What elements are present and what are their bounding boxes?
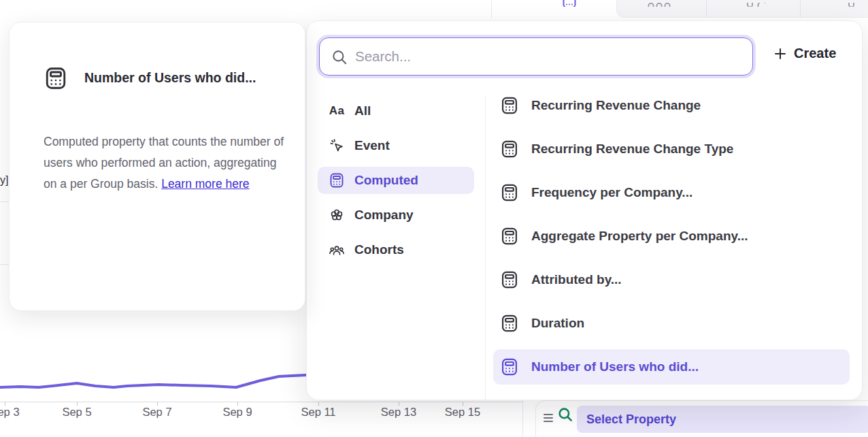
screen: y] Sep 3Sep 5Sep 7Sep 9Sep 11Sep 13Sep 1… (0, 0, 868, 437)
property-list-item[interactable]: Number of Users who did... (493, 349, 850, 385)
property-tooltip-card: Number of Users who did... Computed prop… (9, 22, 305, 311)
tab-line-chart[interactable] (522, 0, 616, 18)
property-list-item[interactable]: Attributed by... (493, 262, 850, 297)
inactive-tabs-group (616, 0, 868, 18)
background-text-fragment: y] (0, 174, 8, 187)
calculator-icon (329, 172, 345, 189)
x-axis-label: Sep 15 (439, 406, 486, 419)
search-box (319, 37, 753, 76)
x-axis-label: Sep 3 (0, 406, 29, 419)
calculator-icon (500, 357, 520, 376)
category-label: Event (354, 138, 390, 153)
number-tab-icon[interactable] (847, 0, 856, 7)
x-axis-label: Sep 7 (133, 406, 181, 419)
x-axis-label: Sep 13 (375, 406, 422, 419)
event-click-icon (329, 137, 345, 154)
plus-icon (773, 47, 787, 61)
calculator-icon (500, 140, 520, 159)
property-item-label: Duration (531, 316, 584, 331)
bottom-panel-divider (522, 400, 523, 437)
property-item-label: Aggregate Property per Company... (531, 229, 748, 244)
background-divider (0, 264, 10, 265)
property-list-item[interactable]: Recurring Revenue Change (493, 88, 850, 123)
category-label: Company (354, 208, 414, 223)
x-axis-label: Sep 11 (295, 406, 342, 419)
tab-divider (706, 0, 707, 17)
category-company[interactable]: Company (318, 201, 474, 229)
tooltip-description: Computed property that counts the number… (44, 131, 286, 195)
category-label: Cohorts (354, 242, 404, 257)
background-divider (0, 201, 10, 202)
category-cohorts[interactable]: Cohorts (318, 236, 474, 263)
top-tab-bar (0, 0, 868, 18)
property-picker-dropdown: Create Aa All Event (306, 20, 863, 400)
retention-curve-tab-icon[interactable] (744, 0, 771, 7)
learn-more-link[interactable]: Learn more here (161, 177, 249, 191)
calculator-icon (44, 66, 68, 93)
select-property-row: Select Property (535, 400, 868, 437)
property-item-label: Number of Users who did... (531, 359, 699, 374)
drag-handle-icon[interactable] (544, 414, 553, 424)
create-button-label: Create (794, 46, 836, 61)
category-all[interactable]: Aa All (318, 97, 474, 125)
calculator-icon (500, 314, 520, 333)
property-item-label: Frequency per Company... (531, 185, 692, 200)
property-list-item[interactable]: Recurring Revenue Change Type (493, 131, 850, 167)
property-item-label: Recurring Revenue Change (531, 98, 701, 113)
property-list-item[interactable]: Frequency per Company... (493, 175, 850, 210)
x-axis-label: Sep 5 (53, 406, 101, 419)
calculator-icon (500, 96, 520, 115)
property-list: Recurring Revenue Change Recurring Reven… (493, 88, 850, 393)
text-format-icon: Aa (329, 103, 345, 119)
search-icon (331, 48, 348, 66)
search-input[interactable] (354, 39, 737, 74)
header-divider (491, 0, 492, 18)
x-axis-line (0, 402, 522, 402)
category-label: All (354, 103, 371, 118)
line-chart (0, 354, 320, 405)
calculator-icon (500, 270, 520, 289)
calculator-icon (500, 183, 520, 202)
bar-chart-tab-icon[interactable] (646, 0, 675, 7)
create-button[interactable]: Create (773, 46, 836, 61)
company-flower-icon (329, 207, 345, 223)
cohorts-people-icon (329, 242, 345, 258)
line-chart-tab-icon (561, 0, 581, 7)
category-list: Aa All Event (318, 97, 474, 271)
category-label: Computed (354, 173, 418, 188)
tooltip-title: Number of Users who did... (84, 70, 256, 86)
property-list-item[interactable]: Aggregate Property per Company... (493, 218, 850, 254)
calculator-icon (500, 227, 520, 246)
search-icon (556, 406, 574, 426)
property-list-item[interactable]: Duration (493, 306, 850, 341)
category-event[interactable]: Event (318, 132, 474, 159)
category-computed[interactable]: Computed (318, 167, 474, 194)
property-item-label: Recurring Revenue Change Type (531, 142, 733, 157)
property-item-label: Attributed by... (531, 272, 622, 287)
select-property-button[interactable]: Select Property (577, 406, 868, 433)
dropdown-divider (485, 96, 486, 400)
tab-divider (800, 0, 801, 17)
chart-line (0, 374, 320, 387)
x-axis-label: Sep 9 (214, 406, 261, 419)
